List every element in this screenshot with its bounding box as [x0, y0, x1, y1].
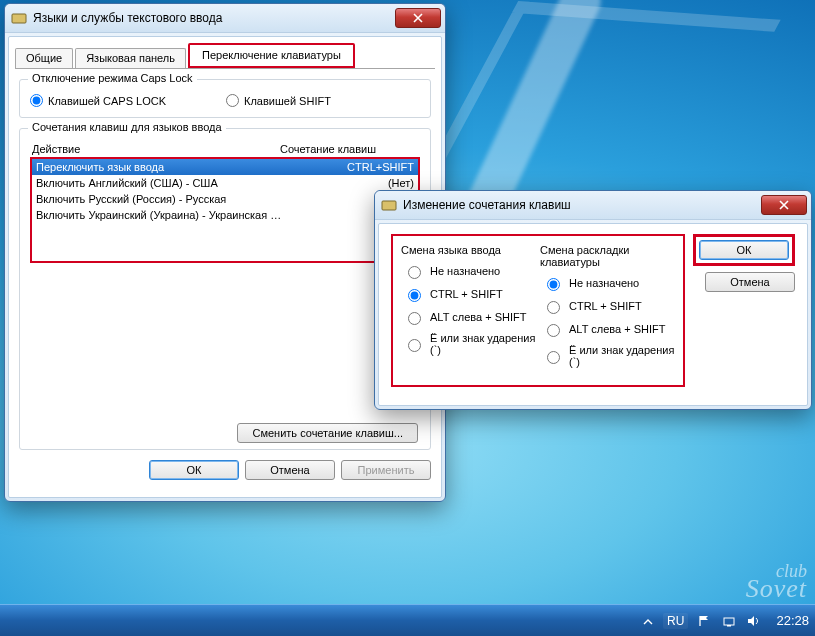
radio-shift-key[interactable]: Клавишей SHIFT: [226, 94, 331, 107]
col-combo: Сочетание клавиш: [280, 143, 420, 155]
list-item[interactable]: Переключить язык вводаCTRL+SHIFT: [32, 159, 418, 175]
language-indicator[interactable]: RU: [663, 613, 688, 629]
show-hidden-icons[interactable]: [643, 616, 653, 626]
radio-option[interactable]: Не назначено: [542, 275, 677, 291]
radio-option[interactable]: Ё или знак ударения (`): [403, 332, 538, 356]
capslock-group: Отключение режима Caps Lock Клавишей CAP…: [19, 79, 431, 118]
group-legend: Сочетания клавиш для языков ввода: [28, 121, 226, 133]
radio-option[interactable]: ALT слева + SHIFT: [403, 309, 538, 325]
pane-title: Смена языка ввода: [401, 244, 538, 256]
dialog-buttons: ОК Отмена: [693, 234, 795, 292]
volume-icon[interactable]: [746, 614, 760, 628]
col-action: Действие: [32, 143, 280, 155]
change-hotkey-button[interactable]: Сменить сочетание клавиш...: [237, 423, 418, 443]
highlighted-ok: ОК: [693, 234, 795, 266]
apply-button[interactable]: Применить: [341, 460, 431, 480]
list-item[interactable]: Включить Русский (Россия) - Русская(Нет): [32, 191, 418, 207]
change-hotkey-dialog: Изменение сочетания клавиш Смена языка в…: [374, 190, 812, 410]
network-icon[interactable]: [722, 614, 736, 628]
highlighted-panes: Смена языка ввода Не назначеноCTRL + SHI…: [391, 234, 685, 387]
taskbar[interactable]: RU 22:28: [0, 604, 815, 636]
radio-option[interactable]: ALT слева + SHIFT: [542, 321, 677, 337]
pane-title: Смена раскладки клавиатуры: [540, 244, 677, 268]
svg-rect-1: [382, 201, 396, 210]
ok-button[interactable]: ОК: [149, 460, 239, 480]
radio-capslock-key[interactable]: Клавишей CAPS LOCK: [30, 94, 166, 107]
titlebar[interactable]: Изменение сочетания клавиш: [375, 191, 811, 220]
tab-keyboard-switch[interactable]: Переключение клавиатуры: [188, 43, 355, 68]
desktop: Языки и службы текстового ввода Общие Яз…: [0, 0, 815, 636]
svg-rect-3: [727, 625, 731, 627]
client-area: Смена языка ввода Не назначеноCTRL + SHI…: [378, 223, 808, 406]
radio-option[interactable]: Не назначено: [403, 263, 538, 279]
window-title: Изменение сочетания клавиш: [403, 198, 757, 212]
ok-button[interactable]: ОК: [699, 240, 789, 260]
clock[interactable]: 22:28: [776, 613, 809, 628]
svg-rect-2: [724, 618, 734, 625]
system-tray[interactable]: RU 22:28: [643, 613, 809, 629]
cancel-button[interactable]: Отмена: [245, 460, 335, 480]
radio-option[interactable]: CTRL + SHIFT: [403, 286, 538, 302]
close-button[interactable]: [395, 8, 441, 28]
keyboard-layout-pane: Смена раскладки клавиатуры Не назначеноC…: [538, 242, 677, 375]
flag-icon[interactable]: [698, 614, 712, 628]
close-button[interactable]: [761, 195, 807, 215]
input-language-pane: Смена языка ввода Не назначеноCTRL + SHI…: [399, 242, 538, 375]
keyboard-icon: [11, 10, 27, 26]
hotkey-list[interactable]: Переключить язык вводаCTRL+SHIFTВключить…: [30, 157, 420, 263]
radio-option[interactable]: CTRL + SHIFT: [542, 298, 677, 314]
keyboard-icon: [381, 197, 397, 213]
tab-general[interactable]: Общие: [15, 48, 73, 68]
svg-rect-0: [12, 14, 26, 23]
radio-option[interactable]: Ё или знак ударения (`): [542, 344, 677, 368]
watermark: club Sovet: [746, 562, 807, 598]
hotkey-group: Сочетания клавиш для языков ввода Действ…: [19, 128, 431, 450]
tab-strip: Общие Языковая панель Переключение клави…: [9, 37, 441, 68]
group-legend: Отключение режима Caps Lock: [28, 72, 197, 84]
tab-language-bar[interactable]: Языковая панель: [75, 48, 186, 68]
cancel-button[interactable]: Отмена: [705, 272, 795, 292]
list-item[interactable]: Включить Украинский (Украина) - Украинск…: [32, 207, 418, 223]
list-item[interactable]: Включить Английский (США) - США(Нет): [32, 175, 418, 191]
titlebar[interactable]: Языки и службы текстового ввода: [5, 4, 445, 33]
window-title: Языки и службы текстового ввода: [33, 11, 391, 25]
dialog-buttons: ОК Отмена Применить: [9, 460, 431, 480]
